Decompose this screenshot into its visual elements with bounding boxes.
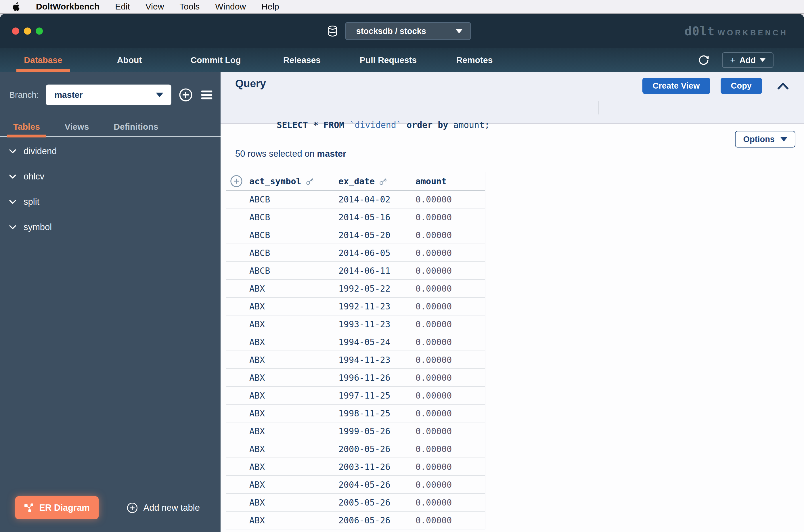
zoom-window-button[interactable] bbox=[36, 27, 43, 35]
menu-item[interactable]: Edit bbox=[107, 2, 138, 12]
cell-act-symbol[interactable]: ABX bbox=[249, 301, 339, 311]
add-column-icon[interactable] bbox=[230, 174, 243, 188]
table-row[interactable]: ABX 1999-05-26 0.00000 bbox=[226, 422, 485, 440]
nav-tab[interactable]: Remotes bbox=[431, 48, 518, 72]
cell-act-symbol[interactable]: ABCB bbox=[249, 266, 339, 276]
cell-amount[interactable]: 0.00000 bbox=[416, 497, 485, 508]
table-list-item[interactable]: split bbox=[0, 189, 221, 214]
cell-ex-date[interactable]: 2000-05-26 bbox=[339, 444, 416, 454]
column-header[interactable]: amount bbox=[416, 176, 485, 186]
cell-act-symbol[interactable]: ABX bbox=[249, 480, 339, 490]
cell-amount[interactable]: 0.00000 bbox=[416, 230, 485, 240]
table-row[interactable]: ABX 1998-11-25 0.00000 bbox=[226, 405, 485, 422]
table-row[interactable]: ABX 1992-11-23 0.00000 bbox=[226, 298, 485, 316]
chevron-down-icon[interactable] bbox=[8, 198, 17, 205]
cell-ex-date[interactable]: 2005-05-26 bbox=[339, 497, 416, 508]
collapse-query-chevron-up-icon[interactable] bbox=[777, 80, 790, 92]
branch-selector[interactable]: master bbox=[46, 84, 171, 105]
cell-amount[interactable]: 0.00000 bbox=[416, 444, 485, 454]
cell-act-symbol[interactable]: ABCB bbox=[249, 194, 339, 205]
cell-amount[interactable]: 0.00000 bbox=[416, 212, 485, 222]
cell-ex-date[interactable]: 1994-11-23 bbox=[339, 355, 416, 365]
cell-act-symbol[interactable]: ABCB bbox=[249, 212, 339, 222]
column-header[interactable]: ex_date bbox=[339, 176, 416, 186]
refresh-icon[interactable] bbox=[697, 54, 710, 66]
editor-scrollbar[interactable] bbox=[598, 101, 599, 114]
menu-item[interactable]: View bbox=[138, 2, 172, 12]
table-row[interactable]: ABCB 2014-05-16 0.00000 bbox=[226, 208, 485, 226]
branch-menu-icon[interactable] bbox=[200, 89, 213, 101]
cell-act-symbol[interactable]: ABX bbox=[249, 355, 339, 365]
table-row[interactable]: ABX 2006-05-26 0.00000 bbox=[226, 512, 485, 529]
nav-tab[interactable]: Database bbox=[0, 48, 86, 72]
table-row[interactable]: ABCB 2014-06-11 0.00000 bbox=[226, 262, 485, 280]
cell-act-symbol[interactable]: ABX bbox=[249, 497, 339, 508]
create-view-button[interactable]: Create View bbox=[643, 78, 710, 94]
cell-act-symbol[interactable]: ABX bbox=[249, 408, 339, 418]
menu-app-name[interactable]: DoltWorkbench bbox=[28, 2, 107, 12]
cell-ex-date[interactable]: 2014-04-02 bbox=[339, 194, 416, 205]
cell-ex-date[interactable]: 1992-11-23 bbox=[339, 301, 416, 311]
table-row[interactable]: ABX 1996-11-26 0.00000 bbox=[226, 369, 485, 387]
sidebar-tab[interactable]: Tables bbox=[13, 122, 40, 132]
add-new-table-button[interactable]: Add new table bbox=[126, 502, 200, 514]
cell-act-symbol[interactable]: ABX bbox=[249, 319, 339, 329]
cell-act-symbol[interactable]: ABX bbox=[249, 373, 339, 383]
close-window-button[interactable] bbox=[12, 27, 19, 35]
cell-amount[interactable]: 0.00000 bbox=[416, 284, 485, 293]
cell-act-symbol[interactable]: ABX bbox=[249, 515, 339, 526]
sidebar-tab[interactable]: Views bbox=[65, 122, 89, 132]
cell-amount[interactable]: 0.00000 bbox=[416, 373, 485, 383]
chevron-down-icon[interactable] bbox=[8, 148, 17, 155]
cell-ex-date[interactable]: 2004-05-26 bbox=[339, 480, 416, 490]
table-row[interactable]: ABX 2003-11-26 0.00000 bbox=[226, 458, 485, 476]
cell-ex-date[interactable]: 2014-06-05 bbox=[339, 248, 416, 258]
cell-amount[interactable]: 0.00000 bbox=[416, 337, 485, 347]
sidebar-tab[interactable]: Definitions bbox=[114, 122, 158, 132]
cell-amount[interactable]: 0.00000 bbox=[416, 319, 485, 329]
er-diagram-button[interactable]: ER Diagram bbox=[15, 496, 99, 519]
table-row[interactable]: ABX 1993-11-23 0.00000 bbox=[226, 316, 485, 333]
cell-ex-date[interactable]: 1996-11-26 bbox=[339, 373, 416, 383]
cell-amount[interactable]: 0.00000 bbox=[416, 301, 485, 311]
cell-act-symbol[interactable]: ABCB bbox=[249, 230, 339, 240]
apple-menu-icon[interactable] bbox=[11, 2, 22, 11]
menu-item[interactable]: Window bbox=[207, 2, 254, 12]
column-header[interactable]: act_symbol bbox=[249, 176, 339, 186]
cell-ex-date[interactable]: 2006-05-26 bbox=[339, 515, 416, 526]
options-button[interactable]: Options bbox=[735, 131, 796, 148]
nav-tab[interactable]: Releases bbox=[259, 48, 345, 72]
database-selector[interactable]: stocksdb / stocks bbox=[345, 22, 471, 40]
nav-tab[interactable]: Commit Log bbox=[173, 48, 259, 72]
add-button[interactable]: + Add bbox=[722, 52, 773, 68]
table-list-item[interactable]: symbol bbox=[0, 214, 221, 240]
cell-act-symbol[interactable]: ABX bbox=[249, 391, 339, 401]
cell-ex-date[interactable]: 2014-05-16 bbox=[339, 212, 416, 222]
table-row[interactable]: ABX 1997-11-25 0.00000 bbox=[226, 387, 485, 405]
cell-act-symbol[interactable]: ABX bbox=[249, 426, 339, 436]
cell-ex-date[interactable]: 2014-06-11 bbox=[339, 266, 416, 276]
menu-item[interactable]: Help bbox=[254, 2, 287, 12]
table-row[interactable]: ABX 2005-05-26 0.00000 bbox=[226, 494, 485, 512]
cell-amount[interactable]: 0.00000 bbox=[416, 480, 485, 490]
cell-amount[interactable]: 0.00000 bbox=[416, 426, 485, 436]
cell-amount[interactable]: 0.00000 bbox=[416, 462, 485, 472]
table-row[interactable]: ABX 1994-11-23 0.00000 bbox=[226, 351, 485, 369]
new-branch-button[interactable] bbox=[178, 88, 193, 102]
cell-ex-date[interactable]: 1998-11-25 bbox=[339, 408, 416, 418]
chevron-down-icon[interactable] bbox=[8, 224, 17, 231]
cell-act-symbol[interactable]: ABX bbox=[249, 444, 339, 454]
cell-ex-date[interactable]: 1993-11-23 bbox=[339, 319, 416, 329]
nav-tab[interactable]: Pull Requests bbox=[345, 48, 431, 72]
copy-button[interactable]: Copy bbox=[721, 78, 762, 94]
nav-tab[interactable]: About bbox=[86, 48, 173, 72]
cell-ex-date[interactable]: 1992-05-22 bbox=[339, 284, 416, 293]
table-row[interactable]: ABX 1994-05-24 0.00000 bbox=[226, 333, 485, 351]
cell-act-symbol[interactable]: ABX bbox=[249, 284, 339, 293]
cell-amount[interactable]: 0.00000 bbox=[416, 408, 485, 418]
table-row[interactable]: ABX 2000-05-26 0.00000 bbox=[226, 440, 485, 458]
cell-amount[interactable]: 0.00000 bbox=[416, 355, 485, 365]
cell-ex-date[interactable]: 2003-11-26 bbox=[339, 462, 416, 472]
table-list-item[interactable]: ohlcv bbox=[0, 164, 221, 189]
minimize-window-button[interactable] bbox=[24, 27, 31, 35]
